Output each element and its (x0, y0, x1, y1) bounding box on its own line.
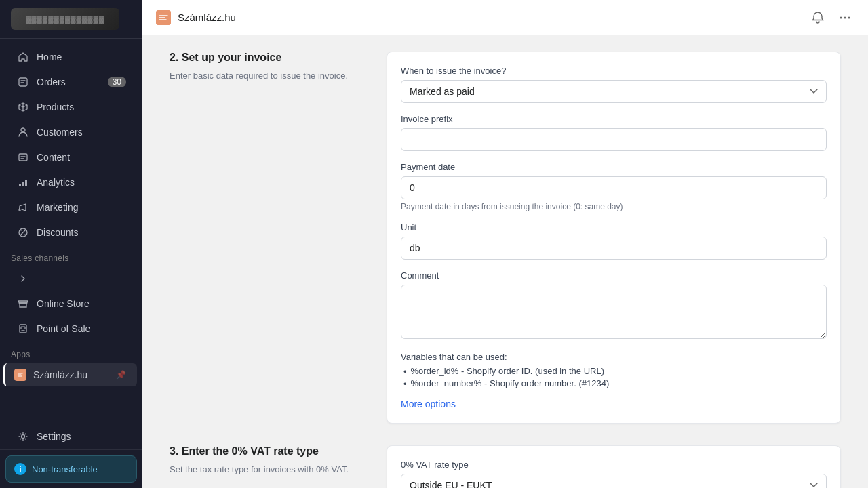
sidebar-item-orders-label: Orders (37, 77, 108, 87)
apps-section-title: Apps (0, 342, 142, 362)
payment-date-label: Payment date (401, 162, 827, 172)
svg-rect-5 (25, 180, 27, 186)
section-2-row: 2. Set up your invoice Enter basic data … (170, 52, 841, 424)
sidebar-item-pos[interactable]: Point of Sale (5, 317, 137, 341)
unit-group: Unit (401, 222, 827, 260)
variables-section: Variables that can be used: • %order_id%… (401, 352, 827, 389)
sidebar-item-discounts[interactable]: Discounts (5, 220, 137, 245)
svg-rect-4 (22, 182, 24, 186)
sidebar-item-orders[interactable]: Orders 30 (5, 70, 137, 94)
sidebar-item-online-store[interactable]: Online Store (5, 291, 137, 316)
section-2-title: 2. Set up your invoice (170, 52, 359, 64)
info-icon: i (14, 463, 26, 475)
when-to-issue-group: When to issue the invoice? Marked as pai… (401, 66, 827, 103)
customers-icon (16, 125, 30, 139)
sidebar-item-szamlazz[interactable]: Számlázz.hu 📌 (3, 363, 137, 386)
sidebar-logo-area: ▓▓▓▓▓▓▓▓▓▓▓▓▓▓ (0, 0, 142, 39)
sidebar-item-content[interactable]: Content (5, 145, 137, 169)
topbar-right (808, 8, 854, 27)
vat-rate-type-group: 0% VAT rate type Outside EU - EUKT Domes… (401, 460, 827, 488)
topbar-left: Számlázz.hu (156, 10, 236, 25)
non-transferable-box: i Non-transferable (5, 455, 137, 483)
discounts-icon (16, 226, 30, 239)
sidebar-item-marketing[interactable]: Marketing (5, 195, 137, 220)
sidebar-item-settings[interactable]: Settings (5, 424, 137, 449)
topbar: Számlázz.hu (142, 0, 868, 35)
sidebar-item-discounts-label: Discounts (37, 227, 126, 238)
more-button[interactable] (835, 8, 854, 27)
comment-textarea[interactable] (401, 285, 827, 339)
settings-icon (16, 430, 30, 443)
bullet-2: • (403, 379, 407, 389)
pin-icon: 📌 (116, 370, 126, 380)
invoice-prefix-input[interactable] (401, 128, 827, 151)
svg-point-14 (848, 16, 850, 18)
vat-rate-type-label: 0% VAT rate type (401, 460, 827, 470)
szamlazz-app-icon (14, 369, 26, 381)
sidebar-nav: Home Orders 30 Products (0, 39, 142, 424)
sidebar-bottom: i Non-transferable (0, 449, 142, 488)
sidebar-item-settings-label: Settings (37, 431, 126, 442)
topbar-title: Számlázz.hu (178, 12, 236, 23)
topbar-app-icon (156, 10, 171, 25)
sidebar-item-pos-label: Point of Sale (37, 323, 126, 334)
sidebar-item-home-label: Home (37, 52, 126, 62)
products-icon (16, 100, 30, 114)
when-to-issue-label: When to issue the invoice? (401, 66, 827, 76)
sales-channels-section-title: Sales channels (0, 245, 142, 266)
when-to-issue-select[interactable]: Marked as paid Order created Order fulfi… (401, 80, 827, 103)
non-transferable-label: Non-transferable (32, 464, 98, 474)
payment-date-input[interactable] (401, 176, 827, 199)
comment-group: Comment (401, 270, 827, 341)
variable-item-1: • %order_id% - Shopify order ID. (used i… (401, 366, 827, 377)
payment-date-hint: Payment date in days from issueing the i… (401, 202, 827, 211)
section-3-description: Set the tax rate type for invoices with … (170, 463, 359, 476)
vat-rate-type-select[interactable]: Outside EU - EUKT Domestic reverse charg… (401, 474, 827, 488)
sidebar-item-sales-channels-toggle[interactable] (5, 266, 137, 291)
section-2-left: 2. Set up your invoice Enter basic data … (170, 52, 359, 424)
orders-icon (16, 75, 30, 89)
sidebar-item-products-label: Products (37, 102, 126, 113)
sidebar-item-customers[interactable]: Customers (5, 120, 137, 144)
bell-button[interactable] (808, 8, 827, 27)
section-3-row: 3. Enter the 0% VAT rate type Set the ta… (170, 445, 841, 488)
sidebar-item-content-label: Content (37, 152, 126, 163)
svg-point-13 (844, 16, 846, 18)
sidebar-item-products[interactable]: Products (5, 95, 137, 119)
sidebar-item-analytics[interactable]: Analytics (5, 170, 137, 195)
section-2-description: Enter basic data required to issue the i… (170, 69, 359, 83)
sidebar-item-home[interactable]: Home (5, 45, 137, 69)
section-2-card: When to issue the invoice? Marked as pai… (387, 52, 841, 424)
svg-rect-3 (19, 184, 21, 186)
sidebar-item-analytics-label: Analytics (37, 177, 126, 188)
content-icon (16, 150, 30, 164)
more-options-link[interactable]: More options (401, 399, 456, 409)
variable-1-text: %order_id% - Shopify order ID. (used in … (411, 366, 604, 376)
variables-title: Variables that can be used: (401, 352, 827, 362)
unit-input[interactable] (401, 237, 827, 260)
content-area: 2. Set up your invoice Enter basic data … (142, 35, 868, 488)
main-area: Számlázz.hu 2. Set up your inv (142, 0, 868, 488)
sidebar-item-online-store-label: Online Store (37, 298, 126, 309)
svg-point-10 (22, 435, 25, 439)
orders-badge: 30 (108, 77, 126, 87)
svg-point-12 (840, 16, 842, 18)
comment-label: Comment (401, 270, 827, 281)
variable-item-2: • %order_number% - Shopify order number.… (401, 378, 827, 389)
svg-rect-0 (19, 78, 27, 86)
variable-2-text: %order_number% - Shopify order number. (… (411, 378, 610, 388)
sidebar: ▓▓▓▓▓▓▓▓▓▓▓▓▓▓ Home Orders 30 (0, 0, 142, 488)
chevron-right-icon (16, 272, 30, 285)
pos-icon (16, 322, 30, 336)
store-icon (16, 297, 30, 310)
svg-rect-2 (19, 154, 27, 161)
sidebar-item-marketing-label: Marketing (37, 202, 126, 213)
home-icon (16, 50, 30, 64)
bullet-1: • (403, 367, 407, 377)
invoice-prefix-label: Invoice prefix (401, 114, 827, 124)
section-3-card: 0% VAT rate type Outside EU - EUKT Domes… (387, 445, 841, 488)
analytics-icon (16, 176, 30, 189)
svg-rect-8 (21, 327, 25, 329)
marketing-icon (16, 201, 30, 214)
unit-label: Unit (401, 222, 827, 232)
